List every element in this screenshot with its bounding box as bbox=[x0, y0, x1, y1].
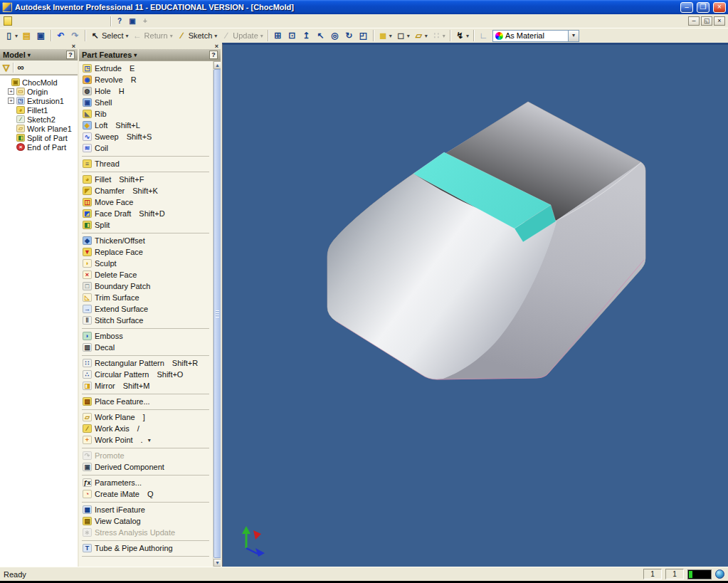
menu-tools[interactable] bbox=[57, 20, 65, 23]
feature-insert-ifeature[interactable]: ▦ Insert iFeature bbox=[81, 504, 211, 515]
feature-circular-pattern[interactable]: ∴ Circular Pattern Shift+O bbox=[81, 369, 211, 380]
expander-icon[interactable] bbox=[8, 116, 14, 122]
menu-web[interactable] bbox=[91, 20, 100, 23]
feature-rib[interactable]: ◣ Rib bbox=[81, 108, 211, 120]
feature-chamfer[interactable]: ◤ Chamfer Shift+K bbox=[81, 185, 211, 196]
feature-loft[interactable]: ◈ Loft Shift+L bbox=[81, 120, 211, 131]
new-button[interactable]: ▯ ▾ bbox=[2, 29, 19, 43]
maximize-button[interactable]: ❐ bbox=[697, 2, 709, 13]
help-button[interactable]: ? bbox=[209, 51, 218, 59]
feature-trim-surface[interactable]: ◺ Trim Surface bbox=[81, 292, 211, 303]
feature-emboss[interactable]: ◗ Emboss bbox=[81, 330, 211, 342]
tree-item-work-plane1[interactable]: ▱ Work Plane1 bbox=[1, 124, 78, 133]
add-button[interactable]: + bbox=[139, 16, 152, 27]
close-icon[interactable]: × bbox=[215, 43, 218, 49]
menu-insert[interactable] bbox=[40, 20, 48, 23]
feature-replace-face[interactable]: ▼ Replace Face bbox=[81, 246, 211, 258]
close-button[interactable]: × bbox=[713, 2, 726, 13]
feature-view-catalog[interactable]: ▤ View Catalog bbox=[81, 515, 211, 527]
tree-item-chocmold[interactable]: ▣ ChocMold bbox=[1, 78, 78, 87]
tree-item-end-of-part[interactable]: × End of Part bbox=[1, 142, 78, 152]
expander-icon[interactable] bbox=[8, 125, 14, 132]
undo-button[interactable]: ↶ bbox=[54, 29, 68, 43]
feature-sculpt[interactable]: ◗ Sculpt bbox=[81, 258, 211, 269]
feature-create-imate[interactable]: ◔ Create iMate Q bbox=[81, 488, 211, 500]
feature-extend-surface[interactable]: → Extend Surface bbox=[81, 303, 211, 315]
feature-tube-pipe-authoring[interactable]: T Tube & Pipe Authoring bbox=[81, 542, 211, 554]
feature-decal[interactable]: ▥ Decal bbox=[81, 342, 211, 353]
scrollbar-thumb[interactable] bbox=[213, 69, 221, 558]
feature-fillet[interactable]: ◕ Fillet Shift+F bbox=[81, 174, 211, 185]
child-minimize-button[interactable]: – bbox=[688, 16, 700, 26]
select-button[interactable]: ↖ Select ▾ bbox=[88, 29, 130, 43]
status-globe-icon[interactable] bbox=[715, 569, 724, 579]
feature-promote[interactable]: ↷ Promote bbox=[81, 450, 211, 461]
feature-rectangular-pattern[interactable]: ∷ Rectangular Pattern Shift+R bbox=[81, 357, 211, 369]
expander-icon[interactable]: + bbox=[8, 88, 14, 95]
feature-parameters[interactable]: ƒx Parameters... bbox=[81, 477, 211, 488]
feature-sweep[interactable]: ∿ Sweep Shift+S bbox=[81, 131, 211, 142]
hidden-edge-display-button[interactable]: ◻ ▾ bbox=[394, 29, 411, 43]
feature-stress-analysis-update[interactable]: ∗ Stress Analysis Update bbox=[81, 527, 211, 538]
expander-icon[interactable] bbox=[3, 79, 9, 85]
update-button[interactable]: ∕ Update ▾ bbox=[219, 29, 265, 43]
feature-split[interactable]: ◧ Split bbox=[81, 219, 211, 231]
shaded-display-button[interactable]: ◼ ▾ bbox=[376, 29, 394, 43]
feature-stitch-surface[interactable]: ‖ Stitch Surface bbox=[81, 315, 211, 326]
menu-help[interactable] bbox=[100, 20, 108, 23]
help-topics-button[interactable]: ? bbox=[113, 16, 126, 27]
menu-window[interactable] bbox=[83, 20, 91, 23]
feature-derived-component[interactable]: ▣ Derived Component bbox=[81, 461, 211, 473]
document-icon[interactable] bbox=[4, 16, 12, 26]
expander-icon[interactable] bbox=[8, 135, 14, 141]
look-at-button[interactable]: ◰ bbox=[357, 29, 370, 43]
tree-item-sketch2[interactable]: ∕ Sketch2 bbox=[1, 115, 78, 124]
expander-icon[interactable] bbox=[8, 144, 14, 150]
child-close-button[interactable]: × bbox=[714, 16, 725, 26]
combo-dropdown-arrow[interactable]: ▾ bbox=[568, 31, 579, 41]
feature-work-axis[interactable]: ∕ Work Axis / bbox=[81, 423, 211, 434]
zoom-window-button[interactable]: ⊡ bbox=[285, 29, 299, 43]
find-icon[interactable]: ∞ bbox=[17, 62, 23, 73]
features-scrollbar[interactable]: ▲ ▼ bbox=[213, 61, 221, 567]
feature-face-draft[interactable]: ◩ Face Draft Shift+D bbox=[81, 208, 211, 219]
feature-place-feature[interactable]: ▤ Place Feature... bbox=[81, 396, 211, 407]
material-select[interactable]: As Material ▾ bbox=[492, 30, 579, 42]
rotate-button[interactable]: ↻ bbox=[342, 29, 356, 43]
menu-file[interactable] bbox=[14, 20, 23, 23]
part-features-header[interactable]: Part Features ▾ ? bbox=[79, 49, 221, 61]
zoom-all-button[interactable]: ⊞ bbox=[271, 29, 285, 43]
filter-icon[interactable]: ▽ bbox=[3, 63, 9, 73]
feature-delete-face[interactable]: × Delete Face bbox=[81, 269, 211, 280]
panel-grab-strip[interactable]: × bbox=[0, 43, 78, 49]
menu-convert[interactable] bbox=[65, 20, 74, 23]
scroll-up-button[interactable]: ▲ bbox=[213, 61, 221, 69]
ground-shadow-button[interactable]: ∟ bbox=[477, 29, 490, 43]
feature-work-plane[interactable]: ▱ Work Plane ] bbox=[81, 411, 211, 423]
tree-item-extrusion1[interactable]: + ◳ Extrusion1 bbox=[1, 96, 78, 105]
menu-format[interactable] bbox=[48, 20, 57, 23]
expander-icon[interactable]: + bbox=[8, 98, 14, 104]
camera-mode-button[interactable]: ∷ ▾ bbox=[430, 29, 447, 43]
minimize-button[interactable]: – bbox=[680, 2, 693, 13]
tree-item-fillet1[interactable]: ◕ Fillet1 bbox=[1, 105, 78, 115]
return-button[interactable]: ← Return ▾ bbox=[131, 29, 174, 43]
feature-revolve[interactable]: ◉ Revolve R bbox=[81, 74, 211, 85]
feature-move-face[interactable]: ◫ Move Face bbox=[81, 196, 211, 208]
menu-applications[interactable] bbox=[74, 20, 83, 23]
menu-view[interactable] bbox=[31, 20, 40, 23]
feature-thread[interactable]: ≡ Thread bbox=[81, 158, 211, 169]
open-button[interactable]: ▤ bbox=[20, 29, 33, 43]
feature-hole[interactable]: ◍ Hole H bbox=[81, 85, 211, 97]
save-button[interactable]: ▣ bbox=[34, 29, 48, 43]
model-panel-header[interactable]: Model ▾ ? bbox=[0, 49, 78, 61]
context-help-button[interactable]: ▣ bbox=[126, 16, 139, 27]
zoom-selected-button[interactable]: ↖ bbox=[314, 29, 327, 43]
child-restore-button[interactable]: ◱ bbox=[701, 16, 712, 26]
feature-extrude[interactable]: ◳ Extrude E bbox=[81, 63, 211, 74]
redo-button[interactable]: ↷ bbox=[68, 29, 82, 43]
scroll-down-button[interactable]: ▼ bbox=[213, 559, 221, 567]
analysis-button[interactable]: ↯ ▾ bbox=[453, 29, 470, 43]
feature-shell[interactable]: ▣ Shell bbox=[81, 97, 211, 108]
feature-boundary-patch[interactable]: □ Boundary Patch bbox=[81, 280, 211, 292]
